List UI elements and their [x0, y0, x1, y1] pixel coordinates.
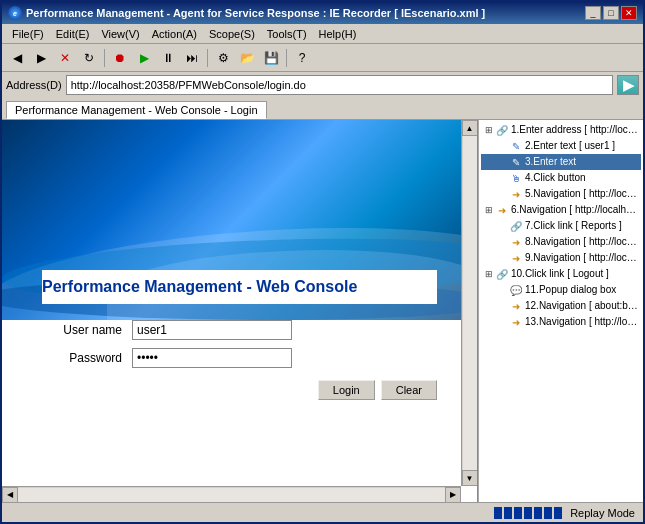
tree-item-9[interactable]: · ➜ 9.Navigation [ http://localho...: [481, 250, 641, 266]
tree-item-1[interactable]: ⊞ 🔗 1.Enter address [ http://local...: [481, 122, 641, 138]
tree-label-7: 7.Click link [ Reports ]: [525, 219, 622, 233]
expand-icon-3: ·: [497, 156, 509, 168]
login-button[interactable]: Login: [318, 380, 375, 400]
tree-node-icon-10: 🔗: [495, 267, 509, 281]
menu-action[interactable]: Action(A): [146, 27, 203, 41]
tree-item-11[interactable]: · 💬 11.Popup dialog box: [481, 282, 641, 298]
menubar: File(F) Edit(E) View(V) Action(A) Scope(…: [2, 24, 643, 44]
username-row: User name: [42, 320, 437, 340]
tree-label-11: 11.Popup dialog box: [525, 283, 616, 297]
progress-block-5: [534, 507, 542, 519]
minimize-button[interactable]: _: [585, 6, 601, 20]
tree-item-4[interactable]: · 🖱 4.Click button: [481, 170, 641, 186]
back-button[interactable]: ◀: [6, 47, 28, 69]
menu-file[interactable]: File(F): [6, 27, 50, 41]
form-buttons: Login Clear: [132, 380, 437, 400]
menu-scope[interactable]: Scope(S): [203, 27, 261, 41]
help-button[interactable]: ?: [291, 47, 313, 69]
maximize-button[interactable]: □: [603, 6, 619, 20]
play-button[interactable]: ▶: [133, 47, 155, 69]
expand-icon-2: ·: [497, 140, 509, 152]
tree-item-12[interactable]: · ➜ 12.Navigation [ about:blank :...: [481, 298, 641, 314]
expand-icon-8: ·: [497, 236, 509, 248]
tree-label-3: 3.Enter text: [525, 155, 576, 169]
tree-label-4: 4.Click button: [525, 171, 586, 185]
browser-pane: Performance Management - Web Console Use…: [2, 120, 478, 502]
tab-login[interactable]: Performance Management - Web Console - L…: [6, 101, 267, 119]
progress-block-3: [514, 507, 522, 519]
tree-node-icon-8: ➜: [509, 235, 523, 249]
menu-help[interactable]: Help(H): [313, 27, 363, 41]
login-form-area: Performance Management - Web Console Use…: [2, 310, 477, 420]
tree-node-icon-7: 🔗: [509, 219, 523, 233]
forward-button[interactable]: ▶: [30, 47, 52, 69]
tree-node-icon-5: ➜: [509, 187, 523, 201]
clear-button[interactable]: Clear: [381, 380, 437, 400]
expand-icon-1: ⊞: [483, 124, 495, 136]
settings-button[interactable]: ⚙: [212, 47, 234, 69]
password-row: Password: [42, 348, 437, 368]
login-title: Performance Management - Web Console: [42, 270, 437, 304]
tree-node-icon-9: ➜: [509, 251, 523, 265]
tree-label-13: 13.Navigation [ http://localh...: [525, 315, 639, 329]
tree-item-5[interactable]: · ➜ 5.Navigation [ http://localho...: [481, 186, 641, 202]
tree-item-8[interactable]: · ➜ 8.Navigation [ http://localho...: [481, 234, 641, 250]
tree-item-6[interactable]: ⊞ ➜ 6.Navigation [ http://localho...: [481, 202, 641, 218]
hscroll-right-button[interactable]: ▶: [445, 487, 461, 503]
tree-node-icon-13: ➜: [509, 315, 523, 329]
tree-node-icon-11: 💬: [509, 283, 523, 297]
tree-item-10[interactable]: ⊞ 🔗 10.Click link [ Logout ]: [481, 266, 641, 282]
hscroll-left-button[interactable]: ◀: [2, 487, 18, 503]
go-button[interactable]: ▶: [617, 75, 639, 95]
tree-item-7[interactable]: · 🔗 7.Click link [ Reports ]: [481, 218, 641, 234]
progress-block-4: [524, 507, 532, 519]
menu-tools[interactable]: Tools(T): [261, 27, 313, 41]
close-button[interactable]: ✕: [621, 6, 637, 20]
record-button[interactable]: ⏺: [109, 47, 131, 69]
script-tree: ⊞ 🔗 1.Enter address [ http://local... · …: [479, 120, 643, 502]
expand-icon-5: ·: [497, 188, 509, 200]
menu-view[interactable]: View(V): [95, 27, 145, 41]
separator3: [286, 49, 287, 67]
progress-block-6: [544, 507, 552, 519]
expand-icon-7: ·: [497, 220, 509, 232]
open-button[interactable]: 📂: [236, 47, 258, 69]
tree-node-icon-3: ✎: [509, 155, 523, 169]
stop-button[interactable]: ✕: [54, 47, 76, 69]
expand-icon-9: ·: [497, 252, 509, 264]
window-icon: e: [8, 6, 22, 20]
script-panel: ⊞ 🔗 1.Enter address [ http://local... · …: [478, 120, 643, 502]
addressbar: Address(D) ▶: [2, 72, 643, 98]
refresh-button[interactable]: ↻: [78, 47, 100, 69]
scroll-down-button[interactable]: ▼: [462, 470, 478, 486]
password-input[interactable]: [132, 348, 292, 368]
separator1: [104, 49, 105, 67]
username-input[interactable]: [132, 320, 292, 340]
progress-block-2: [504, 507, 512, 519]
expand-icon-6: ⊞: [483, 204, 495, 216]
titlebar: e Performance Management - Agent for Ser…: [2, 2, 643, 24]
password-label: Password: [42, 351, 122, 365]
menu-edit[interactable]: Edit(E): [50, 27, 96, 41]
window-frame: e Performance Management - Agent for Ser…: [0, 0, 645, 524]
tree-item-2[interactable]: · ✎ 2.Enter text [ user1 ]: [481, 138, 641, 154]
save-button[interactable]: 💾: [260, 47, 282, 69]
tree-node-icon-6: ➜: [495, 203, 509, 217]
progress-indicator: [494, 507, 562, 519]
progress-block-1: [494, 507, 502, 519]
tree-item-3[interactable]: · ✎ 3.Enter text: [481, 154, 641, 170]
address-input[interactable]: [66, 75, 613, 95]
tree-node-icon-2: ✎: [509, 139, 523, 153]
tree-label-12: 12.Navigation [ about:blank :...: [525, 299, 639, 313]
step-button[interactable]: ⏭: [181, 47, 203, 69]
window-title: Performance Management - Agent for Servi…: [26, 7, 485, 19]
scroll-up-button[interactable]: ▲: [462, 120, 478, 136]
tree-label-6: 6.Navigation [ http://localho...: [511, 203, 639, 217]
toolbar: ◀ ▶ ✕ ↻ ⏺ ▶ ⏸ ⏭ ⚙ 📂 💾 ?: [2, 44, 643, 72]
scroll-track: [463, 136, 477, 470]
tree-label-10: 10.Click link [ Logout ]: [511, 267, 609, 281]
vertical-scrollbar[interactable]: ▲ ▼: [461, 120, 477, 486]
horizontal-scrollbar[interactable]: ◀ ▶: [2, 486, 461, 502]
pause-button[interactable]: ⏸: [157, 47, 179, 69]
tree-item-13[interactable]: · ➜ 13.Navigation [ http://localh...: [481, 314, 641, 330]
